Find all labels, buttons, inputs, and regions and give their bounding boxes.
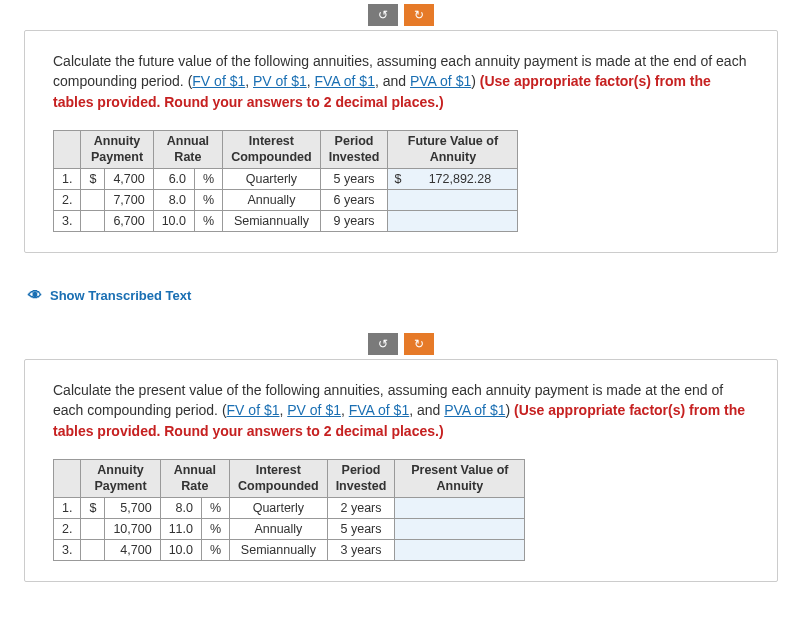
link-pva-of-1[interactable]: PVA of $1 [444,402,505,418]
col-rownum [54,130,81,168]
next-button[interactable]: ↻ [404,333,434,355]
percent-symbol: % [195,190,223,211]
rate-value: 6.0 [153,169,194,190]
pv-table: AnnuityPayment AnnualRate InterestCompou… [53,459,525,561]
payment-value: 6,700 [105,211,153,232]
next-button[interactable]: ↻ [404,4,434,26]
rate-value: 10.0 [153,211,194,232]
table-row: 2. 7,700 8.0 % Annually 6 years [54,190,518,211]
answer-input[interactable] [388,211,518,232]
payment-value: 7,700 [105,190,153,211]
col-payment: AnnuityPayment [81,460,160,498]
col-payment: AnnuityPayment [81,130,153,168]
answer-input[interactable] [388,190,518,211]
rate-value: 11.0 [160,519,201,540]
payment-value: 4,700 [105,540,160,561]
sep-and: , and [375,73,410,89]
percent-symbol: % [201,519,229,540]
nav-buttons-bottom: ↺ ↻ [0,329,802,359]
answer-input[interactable]: $172,892.28 [388,169,518,190]
payment-value: 10,700 [105,519,160,540]
compounding-value: Annually [223,190,321,211]
link-fv-of-1[interactable]: FV of $1 [192,73,245,89]
prev-button[interactable]: ↺ [368,4,398,26]
col-rate: AnnualRate [153,130,222,168]
link-fva-of-1[interactable]: FVA of $1 [315,73,375,89]
fv-prompt: Calculate the future value of the follow… [53,51,749,112]
row-number: 3. [54,211,81,232]
currency-symbol [81,519,105,540]
link-fva-of-1[interactable]: FVA of $1 [349,402,409,418]
sep: , [307,73,315,89]
answer-input[interactable] [395,498,525,519]
show-transcribed-text[interactable]: 👁 Show Transcribed Text [28,287,191,303]
payment-value: 4,700 [105,169,153,190]
col-period: PeriodInvested [320,130,388,168]
row-number: 1. [54,498,81,519]
rate-value: 10.0 [160,540,201,561]
period-value: 5 years [327,519,395,540]
sep: , [245,73,253,89]
fv-table: AnnuityPayment AnnualRate InterestCompou… [53,130,518,232]
table-row: 1. $ 5,700 8.0 % Quarterly 2 years [54,498,525,519]
table-row: 3. 6,700 10.0 % Semiannually 9 years [54,211,518,232]
col-compounded: InterestCompounded [223,130,321,168]
compounding-value: Semiannually [223,211,321,232]
col-rownum [54,460,81,498]
eye-icon: 👁 [28,287,42,303]
nav-buttons-top: ↺ ↻ [0,0,802,30]
future-value-card: Calculate the future value of the follow… [24,30,778,253]
sep-and: , and [409,402,444,418]
table-row: 1. $ 4,700 6.0 % Quarterly 5 years $172,… [54,169,518,190]
col-result: Future Value ofAnnuity [388,130,518,168]
sep: , [341,402,349,418]
percent-symbol: % [201,540,229,561]
period-value: 2 years [327,498,395,519]
period-value: 5 years [320,169,388,190]
link-pv-of-1[interactable]: PV of $1 [253,73,307,89]
prev-button[interactable]: ↺ [368,333,398,355]
period-value: 6 years [320,190,388,211]
payment-value: 5,700 [105,498,160,519]
link-pv-of-1[interactable]: PV of $1 [287,402,341,418]
currency-symbol [81,190,105,211]
row-number: 1. [54,169,81,190]
rate-value: 8.0 [153,190,194,211]
compounding-value: Quarterly [230,498,328,519]
table-row: 3. 4,700 10.0 % Semiannually 3 years [54,540,525,561]
answer-input[interactable] [395,519,525,540]
currency-symbol: $ [81,169,105,190]
show-transcribed-label: Show Transcribed Text [50,288,191,303]
currency-symbol [81,540,105,561]
pv-prompt-tail: ) [505,402,514,418]
rate-value: 8.0 [160,498,201,519]
period-value: 3 years [327,540,395,561]
fv-prompt-tail: ) [471,73,480,89]
col-result: Present Value ofAnnuity [395,460,525,498]
compounding-value: Annually [230,519,328,540]
col-compounded: InterestCompounded [230,460,328,498]
compounding-value: Quarterly [223,169,321,190]
row-number: 2. [54,190,81,211]
answer-input[interactable] [395,540,525,561]
percent-symbol: % [201,498,229,519]
answer-currency: $ [394,172,401,186]
currency-symbol [81,211,105,232]
answer-value: 172,892.28 [429,172,492,186]
row-number: 3. [54,540,81,561]
link-pva-of-1[interactable]: PVA of $1 [410,73,471,89]
col-period: PeriodInvested [327,460,395,498]
period-value: 9 years [320,211,388,232]
table-row: 2. 10,700 11.0 % Annually 5 years [54,519,525,540]
percent-symbol: % [195,169,223,190]
link-fv-of-1[interactable]: FV of $1 [227,402,280,418]
row-number: 2. [54,519,81,540]
currency-symbol: $ [81,498,105,519]
present-value-card: Calculate the present value of the follo… [24,359,778,582]
col-rate: AnnualRate [160,460,229,498]
pv-prompt: Calculate the present value of the follo… [53,380,749,441]
percent-symbol: % [195,211,223,232]
compounding-value: Semiannually [230,540,328,561]
